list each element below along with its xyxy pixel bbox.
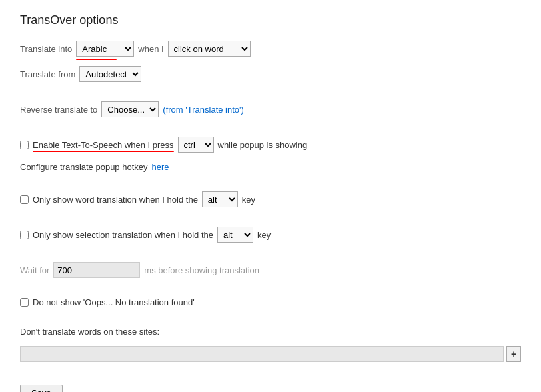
divider-7 [20,317,521,317]
tts-checkbox[interactable] [20,141,29,149]
selection-translation-key-select[interactable]: alt ctrl shift [217,227,253,243]
translate-from-label: Translate from [20,69,75,79]
selection-translation-row: Only show selection translation when I h… [20,227,521,243]
no-translation-row: Do not show 'Oops... No translation foun… [20,297,521,307]
selection-translation-checkbox[interactable] [20,231,29,239]
translate-into-select-wrap: Arabic English French German Spanish Chi… [76,41,134,57]
translate-into-row: Translate into Arabic English French Ger… [20,41,521,57]
hotkey-link[interactable]: here [152,162,169,172]
word-translation-suffix: key [242,195,255,205]
sites-add-button[interactable]: + [506,346,521,362]
divider-2 [20,127,521,127]
sites-input[interactable] [20,346,504,362]
word-translation-row: Only show word translation when I hold t… [20,191,521,207]
wait-for-label: Wait for [20,265,49,275]
reverse-translate-label: Reverse translate to [20,105,97,115]
divider-6 [20,287,521,288]
wait-for-suffix: ms before showing translation [144,265,259,275]
when-i-select[interactable]: click on word hover over word select tex… [168,41,251,57]
reverse-translate-row: Reverse translate to Choose... English F… [20,101,521,117]
sites-label-row: Don't translate words on these sites: [20,327,521,337]
tts-row: Enable Text-To-Speech when I press ctrl … [20,137,521,153]
when-i-label: when I [138,44,163,54]
word-translation-label: Only show word translation when I hold t… [33,195,198,205]
selection-translation-suffix: key [257,230,271,240]
no-translation-checkbox[interactable] [20,298,29,307]
no-translation-label: Do not show 'Oops... No translation foun… [33,297,195,307]
wait-for-input[interactable] [53,262,140,278]
tts-suffix: while popup is showing [218,140,308,150]
sites-label: Don't translate words on these sites: [20,327,159,337]
word-translation-checkbox[interactable] [20,195,29,204]
hotkey-label: Configure translate popup hotkey [20,162,148,172]
translate-into-label: Translate into [20,44,72,54]
save-button[interactable]: Save [20,385,63,392]
translate-from-select[interactable]: Autodetect English French German Spanish… [79,66,141,82]
divider-1 [20,91,521,92]
translate-from-row: Translate from Autodetect English French… [20,66,521,82]
tts-checkbox-row: Enable Text-To-Speech when I press ctrl … [20,137,307,153]
translate-into-select[interactable]: Arabic English French German Spanish Chi… [76,41,134,57]
reverse-translate-hint: (from 'Translate into') [163,105,244,115]
tts-label-wrap: Enable Text-To-Speech when I press [33,140,174,150]
reverse-translate-select[interactable]: Choose... English French German Spanish [101,101,159,117]
divider-5 [20,252,521,253]
tts-key-select[interactable]: ctrl alt shift [178,137,214,153]
hotkey-row: Configure translate popup hotkey here [20,162,521,172]
sites-section: Don't translate words on these sites: + [20,327,521,362]
page-title: TransOver options [20,13,521,27]
wait-for-row: Wait for ms before showing translation [20,262,521,278]
tts-label: Enable Text-To-Speech when I press [33,140,174,150]
save-row: Save [20,371,521,392]
divider-3 [20,181,521,182]
selection-translation-label: Only show selection translation when I h… [33,230,213,240]
divider-4 [20,217,521,217]
sites-input-wrap: + [20,346,521,362]
word-translation-key-select[interactable]: alt ctrl shift [202,191,238,207]
